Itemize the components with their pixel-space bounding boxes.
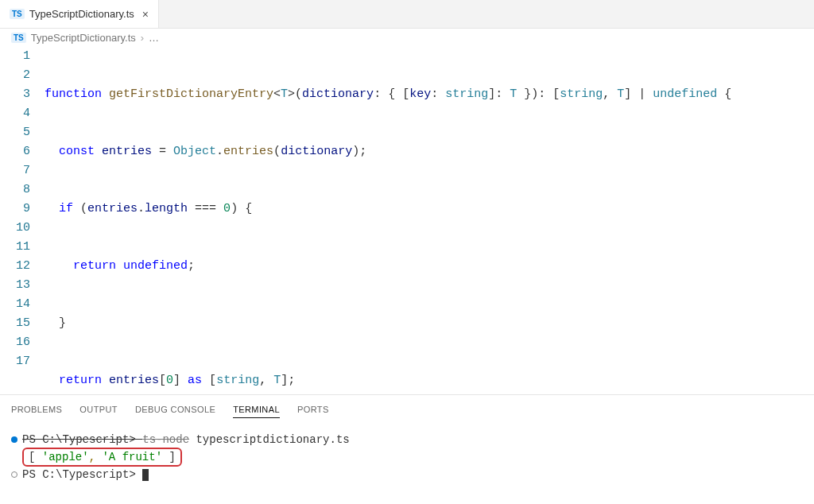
panel-tabs: PROBLEMS OUTPUT DEBUG CONSOLE TERMINAL P… — [11, 401, 803, 424]
tab-output[interactable]: OUTPUT — [79, 401, 118, 418]
terminal-line: PS C:\Typescript> ts-node typescriptdict… — [11, 432, 803, 448]
tab-problems[interactable]: PROBLEMS — [11, 401, 62, 418]
line-number-gutter: 1 2 3 4 5 6 7 8 9 10 11 12 13 14 15 16 1… — [0, 47, 45, 394]
terminal-line: PS C:\Typescript> — [11, 467, 803, 483]
code-content[interactable]: function getFirstDictionaryEntry<T>(dict… — [45, 47, 814, 394]
line-number: 17 — [0, 352, 30, 371]
line-number: 7 — [0, 161, 30, 180]
line-number: 11 — [0, 238, 30, 257]
status-dot-icon — [11, 436, 17, 443]
terminal-prompt: PS C:\Typescript> — [22, 432, 142, 448]
code-line: if (entries.length === 0) { — [45, 200, 814, 219]
code-line: return undefined; — [45, 257, 814, 276]
breadcrumb[interactable]: TS TypeScriptDictionary.ts › … — [0, 29, 814, 47]
breadcrumb-file[interactable]: TypeScriptDictionary.ts — [31, 32, 136, 44]
line-number: 12 — [0, 257, 30, 276]
line-number: 10 — [0, 219, 30, 238]
terminal[interactable]: PS C:\Typescript> ts-node typescriptdict… — [11, 432, 803, 483]
tab-filename: TypeScriptDictionary.ts — [29, 8, 134, 20]
terminal-arg: typescriptdictionary.ts — [189, 432, 350, 448]
line-number: 9 — [0, 200, 30, 219]
breadcrumb-dots[interactable]: … — [149, 32, 159, 44]
cursor-icon — [142, 469, 149, 481]
line-number: 15 — [0, 314, 30, 333]
terminal-prompt: PS C:\Typescript> — [22, 467, 142, 483]
line-number: 14 — [0, 295, 30, 314]
code-line: } — [45, 314, 814, 333]
bottom-panel: PROBLEMS OUTPUT DEBUG CONSOLE TERMINAL P… — [0, 394, 814, 504]
editor-tab[interactable]: TS TypeScriptDictionary.ts × — [0, 0, 159, 28]
output-highlight: [ 'apple', 'A fruit' ] — [22, 448, 182, 467]
line-number: 1 — [0, 47, 30, 66]
tab-bar: TS TypeScriptDictionary.ts × — [0, 0, 814, 29]
tab-ports[interactable]: PORTS — [297, 401, 329, 418]
line-number: 16 — [0, 333, 30, 352]
code-editor[interactable]: 1 2 3 4 5 6 7 8 9 10 11 12 13 14 15 16 1… — [0, 47, 814, 394]
status-dot-icon — [11, 471, 17, 478]
terminal-line: [ 'apple', 'A fruit' ] — [11, 448, 803, 467]
code-line: function getFirstDictionaryEntry<T>(dict… — [45, 85, 814, 104]
code-line: const entries = Object.entries(dictionar… — [45, 142, 814, 161]
line-number: 3 — [0, 85, 30, 104]
close-icon[interactable]: × — [142, 8, 149, 21]
code-line: return entries[0] as [string, T]; — [45, 371, 814, 390]
tab-debug-console[interactable]: DEBUG CONSOLE — [135, 401, 215, 418]
line-number: 6 — [0, 142, 30, 161]
line-number: 5 — [0, 123, 30, 142]
line-number: 2 — [0, 66, 30, 85]
line-number: 13 — [0, 276, 30, 295]
line-number: 4 — [0, 104, 30, 123]
tab-terminal[interactable]: TERMINAL — [233, 401, 280, 418]
ts-badge-icon: TS — [10, 9, 25, 19]
chevron-right-icon: › — [141, 32, 144, 44]
terminal-command: ts-node — [142, 432, 189, 448]
ts-badge-icon: TS — [11, 33, 26, 43]
line-number: 8 — [0, 180, 30, 200]
